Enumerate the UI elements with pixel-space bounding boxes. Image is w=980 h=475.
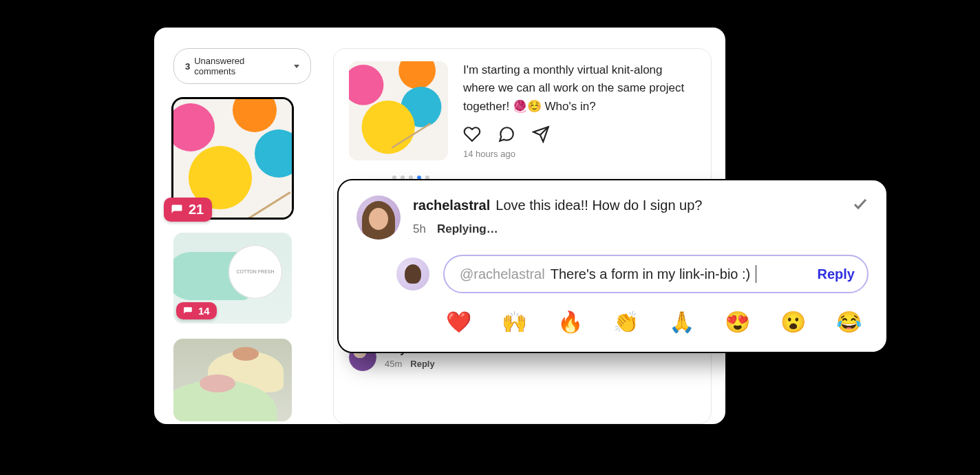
reply-input[interactable]: @rachelastral There's a form in my link-… [443,255,869,293]
comment-count-badge: 21 [164,198,212,222]
badge-count: 21 [189,202,204,218]
emoji-heart[interactable]: ❤️ [446,310,471,334]
post-caption: I'm starting a monthly virtual knit-alon… [463,61,696,116]
emoji-wow[interactable]: 😮 [780,310,806,334]
chevron-down-icon [294,65,299,68]
emoji-heart-eyes[interactable]: 😍 [725,310,750,334]
post-timestamp: 14 hours ago [463,149,696,159]
filter-dropdown[interactable]: 3 Unanswered comments [173,48,311,84]
filter-count: 3 [185,61,190,72]
send-reply-button[interactable]: Reply [818,266,855,282]
emoji-raised[interactable]: 🙌 [502,310,527,334]
filter-label: Unanswered comments [194,56,287,76]
comment-time: 5h [413,222,426,236]
reply-composer-card: rachelastral Love this idea!! How do I s… [337,179,888,353]
post-thumbnail-list: 21 COTTON FRESH 14 [173,99,311,421]
reply-mention: @rachelastral [460,266,545,282]
comment-icon [183,306,193,316]
text-cursor [756,265,756,283]
comment-username[interactable]: rachelastral [413,198,490,213]
product-label: COTTON FRESH [228,245,282,299]
comment-icon [171,204,183,216]
emoji-joy[interactable]: 😂 [836,310,862,334]
comment-icon[interactable] [498,125,515,143]
mark-done-button[interactable] [852,196,869,215]
emoji-quick-row: ❤️ 🙌 🔥 👏 🙏 😍 😮 😂 [446,310,869,334]
share-icon[interactable] [532,125,550,143]
reply-typed-text: There's a form in my link-in-bio :) [551,266,751,282]
reply-link[interactable]: Reply [410,359,434,369]
comment-count-badge: 14 [176,302,217,319]
post-thumbnail[interactable] [173,339,292,421]
like-icon[interactable] [463,125,481,143]
sidebar: 3 Unanswered comments 21 [173,48,311,421]
post-image[interactable] [349,61,448,160]
badge-count: 14 [198,305,210,317]
self-avatar [396,257,429,291]
post-actions [463,125,696,143]
post-thumbnail[interactable]: 21 [173,99,292,218]
reply-status: Replying… [437,222,498,236]
emoji-pray[interactable]: 🙏 [669,310,694,334]
comment-text: Love this idea!! How do I sign up? [496,198,702,213]
emoji-fire[interactable]: 🔥 [557,310,583,334]
post-thumbnail[interactable]: COTTON FRESH 14 [173,233,292,324]
avatar[interactable] [356,196,401,240]
comment-time: 45m [385,359,402,369]
emoji-clap[interactable]: 👏 [613,310,639,334]
thumbnail-image [173,339,292,421]
